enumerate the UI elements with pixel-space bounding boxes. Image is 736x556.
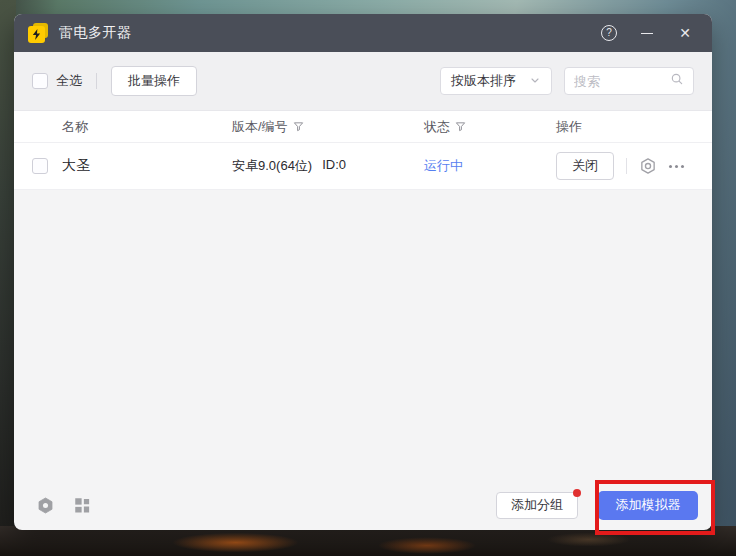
ops-divider bbox=[626, 158, 627, 174]
sort-dropdown-value: 按版本排序 bbox=[451, 72, 516, 90]
emulator-id: ID:0 bbox=[322, 157, 346, 175]
emulator-version: 安卓9.0(64位) ID:0 bbox=[232, 157, 424, 175]
row-operations: 关闭 bbox=[556, 152, 712, 180]
global-settings-icon[interactable] bbox=[36, 496, 55, 515]
row-checkbox[interactable] bbox=[32, 158, 48, 174]
add-group-button[interactable]: 添加分组 bbox=[496, 492, 578, 519]
close-icon: ✕ bbox=[679, 26, 691, 40]
app-logo-icon bbox=[28, 23, 49, 44]
minimize-button[interactable] bbox=[634, 20, 660, 46]
add-emulator-button[interactable]: 添加模拟器 bbox=[598, 491, 698, 520]
search-input[interactable] bbox=[574, 74, 670, 89]
titlebar: 雷电多开器 ? ✕ bbox=[14, 14, 712, 52]
chevron-down-icon bbox=[529, 74, 541, 89]
desktop-wallpaper-rocks bbox=[0, 526, 736, 556]
grid-view-icon[interactable] bbox=[73, 496, 91, 514]
toolbar: 全选 批量操作 按版本排序 bbox=[14, 52, 712, 110]
table-row: 大圣 安卓9.0(64位) ID:0 运行中 关闭 bbox=[14, 143, 712, 190]
help-icon: ? bbox=[601, 25, 617, 41]
app-window: 雷电多开器 ? ✕ 全选 批量操作 按版本排序 bbox=[14, 14, 712, 530]
footer: 添加分组 添加模拟器 bbox=[14, 480, 712, 530]
window-title: 雷电多开器 bbox=[59, 24, 132, 42]
stop-emulator-button[interactable]: 关闭 bbox=[556, 152, 614, 180]
select-all-label: 全选 bbox=[56, 72, 82, 90]
row-settings-icon[interactable] bbox=[639, 157, 657, 175]
toolbar-divider bbox=[96, 73, 97, 89]
column-header-version: 版本/编号 bbox=[232, 118, 424, 136]
table-header: 名称 版本/编号 状态 操作 bbox=[14, 110, 712, 143]
column-header-name: 名称 bbox=[62, 118, 232, 136]
status-badge: 运行中 bbox=[424, 157, 556, 175]
batch-operations-button[interactable]: 批量操作 bbox=[111, 66, 197, 96]
search-box bbox=[564, 67, 694, 95]
sort-dropdown[interactable]: 按版本排序 bbox=[440, 67, 552, 95]
column-header-status: 状态 bbox=[424, 118, 556, 136]
column-header-operation: 操作 bbox=[556, 118, 712, 136]
search-icon[interactable] bbox=[670, 72, 684, 90]
minimize-icon bbox=[641, 33, 653, 34]
lightning-bolt-icon bbox=[31, 28, 42, 41]
filter-icon[interactable] bbox=[455, 121, 466, 132]
notification-dot bbox=[573, 489, 581, 497]
more-options-icon[interactable] bbox=[669, 165, 684, 168]
close-button[interactable]: ✕ bbox=[672, 20, 698, 46]
select-all-checkbox[interactable] bbox=[32, 73, 48, 89]
filter-icon[interactable] bbox=[293, 121, 304, 132]
emulator-name: 大圣 bbox=[62, 157, 232, 175]
help-button[interactable]: ? bbox=[596, 20, 622, 46]
